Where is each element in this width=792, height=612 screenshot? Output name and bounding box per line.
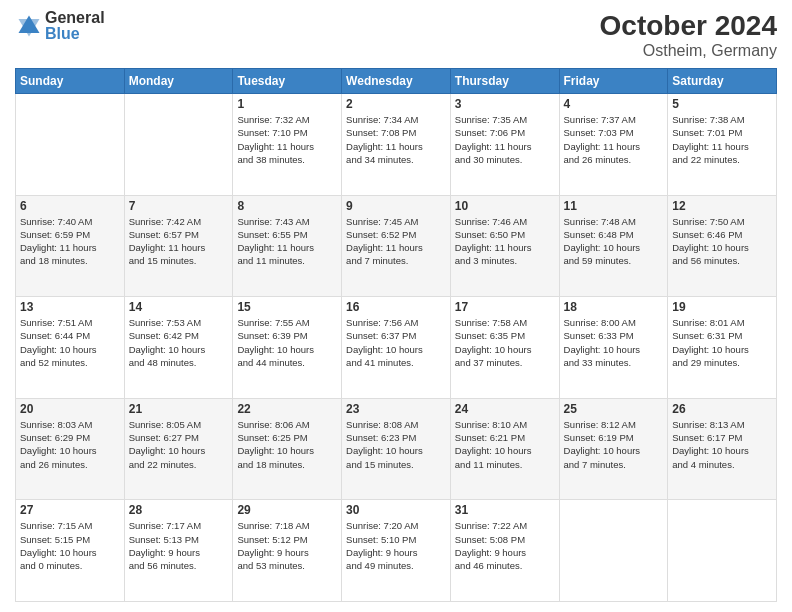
cell-w3-d6: 26Sunrise: 8:13 AM Sunset: 6:17 PM Dayli…: [668, 398, 777, 500]
cell-w1-d2: 8Sunrise: 7:43 AM Sunset: 6:55 PM Daylig…: [233, 195, 342, 297]
day-info: Sunrise: 7:22 AM Sunset: 5:08 PM Dayligh…: [455, 519, 555, 572]
logo: General Blue: [15, 10, 105, 42]
day-number: 23: [346, 402, 446, 416]
cell-w0-d5: 4Sunrise: 7:37 AM Sunset: 7:03 PM Daylig…: [559, 94, 668, 196]
day-info: Sunrise: 7:55 AM Sunset: 6:39 PM Dayligh…: [237, 316, 337, 369]
day-info: Sunrise: 7:56 AM Sunset: 6:37 PM Dayligh…: [346, 316, 446, 369]
cell-w3-d0: 20Sunrise: 8:03 AM Sunset: 6:29 PM Dayli…: [16, 398, 125, 500]
page: General Blue October 2024 Ostheim, Germa…: [0, 0, 792, 612]
cell-w1-d3: 9Sunrise: 7:45 AM Sunset: 6:52 PM Daylig…: [342, 195, 451, 297]
cell-w4-d4: 31Sunrise: 7:22 AM Sunset: 5:08 PM Dayli…: [450, 500, 559, 602]
cell-w2-d1: 14Sunrise: 7:53 AM Sunset: 6:42 PM Dayli…: [124, 297, 233, 399]
cell-w1-d6: 12Sunrise: 7:50 AM Sunset: 6:46 PM Dayli…: [668, 195, 777, 297]
cell-w3-d4: 24Sunrise: 8:10 AM Sunset: 6:21 PM Dayli…: [450, 398, 559, 500]
cell-w2-d4: 17Sunrise: 7:58 AM Sunset: 6:35 PM Dayli…: [450, 297, 559, 399]
day-info: Sunrise: 8:12 AM Sunset: 6:19 PM Dayligh…: [564, 418, 664, 471]
calendar-body: 1Sunrise: 7:32 AM Sunset: 7:10 PM Daylig…: [16, 94, 777, 602]
cell-w0-d6: 5Sunrise: 7:38 AM Sunset: 7:01 PM Daylig…: [668, 94, 777, 196]
day-number: 15: [237, 300, 337, 314]
day-info: Sunrise: 7:58 AM Sunset: 6:35 PM Dayligh…: [455, 316, 555, 369]
cell-w1-d5: 11Sunrise: 7:48 AM Sunset: 6:48 PM Dayli…: [559, 195, 668, 297]
day-number: 24: [455, 402, 555, 416]
day-info: Sunrise: 8:06 AM Sunset: 6:25 PM Dayligh…: [237, 418, 337, 471]
day-info: Sunrise: 7:51 AM Sunset: 6:44 PM Dayligh…: [20, 316, 120, 369]
day-number: 20: [20, 402, 120, 416]
day-number: 10: [455, 199, 555, 213]
col-tuesday: Tuesday: [233, 69, 342, 94]
calendar-subtitle: Ostheim, Germany: [600, 42, 777, 60]
day-number: 26: [672, 402, 772, 416]
cell-w0-d0: [16, 94, 125, 196]
day-info: Sunrise: 7:37 AM Sunset: 7:03 PM Dayligh…: [564, 113, 664, 166]
cell-w4-d6: [668, 500, 777, 602]
logo-blue-text: Blue: [45, 26, 105, 42]
day-number: 2: [346, 97, 446, 111]
cell-w4-d3: 30Sunrise: 7:20 AM Sunset: 5:10 PM Dayli…: [342, 500, 451, 602]
day-number: 19: [672, 300, 772, 314]
day-info: Sunrise: 8:10 AM Sunset: 6:21 PM Dayligh…: [455, 418, 555, 471]
cell-w2-d5: 18Sunrise: 8:00 AM Sunset: 6:33 PM Dayli…: [559, 297, 668, 399]
day-info: Sunrise: 8:13 AM Sunset: 6:17 PM Dayligh…: [672, 418, 772, 471]
cell-w3-d2: 22Sunrise: 8:06 AM Sunset: 6:25 PM Dayli…: [233, 398, 342, 500]
calendar-header: Sunday Monday Tuesday Wednesday Thursday…: [16, 69, 777, 94]
logo-text: General Blue: [45, 10, 105, 42]
day-info: Sunrise: 7:50 AM Sunset: 6:46 PM Dayligh…: [672, 215, 772, 268]
cell-w3-d1: 21Sunrise: 8:05 AM Sunset: 6:27 PM Dayli…: [124, 398, 233, 500]
day-info: Sunrise: 7:48 AM Sunset: 6:48 PM Dayligh…: [564, 215, 664, 268]
day-info: Sunrise: 8:08 AM Sunset: 6:23 PM Dayligh…: [346, 418, 446, 471]
day-number: 5: [672, 97, 772, 111]
day-number: 30: [346, 503, 446, 517]
day-info: Sunrise: 7:43 AM Sunset: 6:55 PM Dayligh…: [237, 215, 337, 268]
cell-w2-d3: 16Sunrise: 7:56 AM Sunset: 6:37 PM Dayli…: [342, 297, 451, 399]
cell-w2-d0: 13Sunrise: 7:51 AM Sunset: 6:44 PM Dayli…: [16, 297, 125, 399]
day-info: Sunrise: 7:40 AM Sunset: 6:59 PM Dayligh…: [20, 215, 120, 268]
cell-w4-d0: 27Sunrise: 7:15 AM Sunset: 5:15 PM Dayli…: [16, 500, 125, 602]
col-saturday: Saturday: [668, 69, 777, 94]
day-number: 21: [129, 402, 229, 416]
day-number: 7: [129, 199, 229, 213]
day-info: Sunrise: 7:20 AM Sunset: 5:10 PM Dayligh…: [346, 519, 446, 572]
day-info: Sunrise: 8:01 AM Sunset: 6:31 PM Dayligh…: [672, 316, 772, 369]
day-number: 29: [237, 503, 337, 517]
cell-w1-d0: 6Sunrise: 7:40 AM Sunset: 6:59 PM Daylig…: [16, 195, 125, 297]
day-number: 13: [20, 300, 120, 314]
day-number: 18: [564, 300, 664, 314]
day-info: Sunrise: 7:38 AM Sunset: 7:01 PM Dayligh…: [672, 113, 772, 166]
title-block: October 2024 Ostheim, Germany: [600, 10, 777, 60]
day-info: Sunrise: 7:45 AM Sunset: 6:52 PM Dayligh…: [346, 215, 446, 268]
week-row-0: 1Sunrise: 7:32 AM Sunset: 7:10 PM Daylig…: [16, 94, 777, 196]
logo-general-text: General: [45, 10, 105, 26]
cell-w2-d2: 15Sunrise: 7:55 AM Sunset: 6:39 PM Dayli…: [233, 297, 342, 399]
day-info: Sunrise: 8:05 AM Sunset: 6:27 PM Dayligh…: [129, 418, 229, 471]
day-number: 22: [237, 402, 337, 416]
week-row-4: 27Sunrise: 7:15 AM Sunset: 5:15 PM Dayli…: [16, 500, 777, 602]
day-number: 31: [455, 503, 555, 517]
col-wednesday: Wednesday: [342, 69, 451, 94]
col-sunday: Sunday: [16, 69, 125, 94]
day-info: Sunrise: 8:00 AM Sunset: 6:33 PM Dayligh…: [564, 316, 664, 369]
day-info: Sunrise: 8:03 AM Sunset: 6:29 PM Dayligh…: [20, 418, 120, 471]
col-friday: Friday: [559, 69, 668, 94]
day-number: 1: [237, 97, 337, 111]
day-info: Sunrise: 7:15 AM Sunset: 5:15 PM Dayligh…: [20, 519, 120, 572]
day-number: 11: [564, 199, 664, 213]
logo-icon: [15, 12, 43, 40]
day-info: Sunrise: 7:34 AM Sunset: 7:08 PM Dayligh…: [346, 113, 446, 166]
day-number: 6: [20, 199, 120, 213]
day-number: 14: [129, 300, 229, 314]
day-number: 28: [129, 503, 229, 517]
week-row-2: 13Sunrise: 7:51 AM Sunset: 6:44 PM Dayli…: [16, 297, 777, 399]
cell-w3-d3: 23Sunrise: 8:08 AM Sunset: 6:23 PM Dayli…: [342, 398, 451, 500]
col-thursday: Thursday: [450, 69, 559, 94]
day-info: Sunrise: 7:17 AM Sunset: 5:13 PM Dayligh…: [129, 519, 229, 572]
day-number: 8: [237, 199, 337, 213]
cell-w0-d2: 1Sunrise: 7:32 AM Sunset: 7:10 PM Daylig…: [233, 94, 342, 196]
week-row-3: 20Sunrise: 8:03 AM Sunset: 6:29 PM Dayli…: [16, 398, 777, 500]
day-number: 9: [346, 199, 446, 213]
cell-w0-d4: 3Sunrise: 7:35 AM Sunset: 7:06 PM Daylig…: [450, 94, 559, 196]
cell-w3-d5: 25Sunrise: 8:12 AM Sunset: 6:19 PM Dayli…: [559, 398, 668, 500]
day-info: Sunrise: 7:35 AM Sunset: 7:06 PM Dayligh…: [455, 113, 555, 166]
day-number: 3: [455, 97, 555, 111]
day-number: 17: [455, 300, 555, 314]
cell-w4-d1: 28Sunrise: 7:17 AM Sunset: 5:13 PM Dayli…: [124, 500, 233, 602]
